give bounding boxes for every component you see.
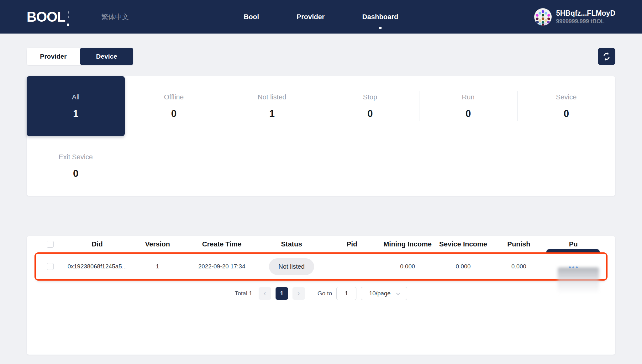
main-nav: Bool Provider Dashboard [244, 13, 398, 21]
stat-offline[interactable]: Offline 0 [125, 76, 223, 136]
logo-period: . [66, 18, 70, 24]
stat-exit-sevice[interactable]: Exit Sevice 0 [27, 136, 125, 196]
cell-status: Not listed [262, 258, 321, 275]
toggle-device-button[interactable]: Device [80, 48, 133, 65]
chevron-left-icon: ‹ [264, 289, 266, 298]
refresh-button[interactable] [598, 48, 615, 65]
stat-run[interactable]: Run 0 [419, 76, 517, 136]
nav-item-bool[interactable]: Bool [244, 13, 259, 21]
row-checkbox[interactable] [47, 263, 54, 270]
provider-device-toggle: Provider Device [27, 48, 133, 65]
device-stats-panel: All 1 Offline 0 Not listed 1 Stop 0 Run … [27, 76, 615, 196]
page-size-value: 10/page [369, 290, 391, 297]
bool-logo[interactable]: BOOL . [27, 10, 70, 24]
prev-page-button[interactable]: ‹ [259, 287, 271, 300]
refresh-icon [602, 52, 611, 61]
stat-stop[interactable]: Stop 0 [321, 76, 419, 136]
stat-sevice[interactable]: Sevice 0 [517, 76, 615, 136]
cell-actions [544, 263, 603, 270]
page-size-select[interactable]: 10/page [361, 287, 407, 300]
cell-version: 1 [133, 263, 182, 270]
column-header-redacted: Pu [544, 240, 603, 248]
active-dot [379, 27, 382, 29]
stats-row-1: All 1 Offline 0 Not listed 1 Stop 0 Run … [27, 76, 615, 136]
table-header-row: Did Version Create Time Status Pid Minin… [39, 236, 603, 252]
column-header-status: Status [262, 240, 321, 248]
devices-table-panel: + Did Version Create Time Status Pid Min… [27, 236, 615, 355]
account-address: 5HBqfz...FLMoyD [556, 9, 615, 18]
account-balance: 9999999.999 tBOL [556, 18, 615, 25]
account-info: 5HBqfz...FLMoyD 9999999.999 tBOL [556, 9, 615, 25]
column-header-sevice-income: Sevice Income [433, 240, 494, 248]
logo-wordmark: BOOL [27, 10, 65, 24]
stat-all[interactable]: All 1 [27, 76, 125, 136]
goto-label: Go to [318, 290, 332, 297]
stat-not-listed[interactable]: Not listed 1 [223, 76, 321, 136]
top-navbar: BOOL . 繁体中文 Bool Provider Dashboard [0, 0, 642, 34]
header-select-all [39, 241, 61, 248]
pagination-bar: Total 1 ‹ 1 › Go to 10/page [39, 287, 603, 300]
column-header-pid: Pid [321, 240, 382, 248]
toggle-provider-button[interactable]: Provider [27, 48, 80, 65]
column-header-did: Did [61, 240, 133, 248]
cell-sevice-income: 0.000 [433, 263, 494, 270]
logo-mark: . [66, 10, 70, 24]
device-table-row[interactable]: 0x19238068f1245a5... 1 2022-09-20 17:34 … [34, 252, 608, 281]
goto-page-input[interactable] [336, 287, 356, 300]
column-header-version: Version [133, 240, 182, 248]
nav-item-dashboard[interactable]: Dashboard [362, 13, 398, 21]
column-header-create-time: Create Time [182, 240, 262, 248]
cell-punish: 0.000 [494, 263, 544, 270]
status-badge: Not listed [269, 258, 314, 275]
controls-row: Provider Device [0, 34, 642, 65]
pagination-total: Total 1 [235, 290, 252, 297]
account-widget[interactable]: 5HBqfz...FLMoyD 9999999.999 tBOL [534, 8, 615, 26]
current-page-button[interactable]: 1 [276, 287, 288, 300]
language-switcher[interactable]: 繁体中文 [101, 12, 129, 22]
column-header-mining-income: Mining Income [382, 240, 433, 248]
select-all-checkbox[interactable] [47, 241, 54, 248]
polkadot-identicon-icon [534, 8, 552, 26]
cell-did: 0x19238068f1245a5... [61, 263, 133, 270]
cell-create-time: 2022-09-20 17:34 [182, 263, 262, 270]
stats-row-2: Exit Sevice 0 [27, 136, 615, 196]
more-actions-icon[interactable] [569, 266, 578, 268]
next-page-button[interactable]: › [292, 287, 305, 300]
cell-mining-income: 0.000 [382, 263, 433, 270]
identicon-avatar[interactable] [534, 8, 552, 26]
chevron-down-icon [396, 291, 400, 295]
chevron-right-icon: › [297, 289, 300, 298]
dashboard-page: BOOL . 繁体中文 Bool Provider Dashboard [0, 0, 642, 364]
column-header-punish: Punish [494, 240, 544, 248]
nav-item-provider[interactable]: Provider [297, 13, 324, 21]
